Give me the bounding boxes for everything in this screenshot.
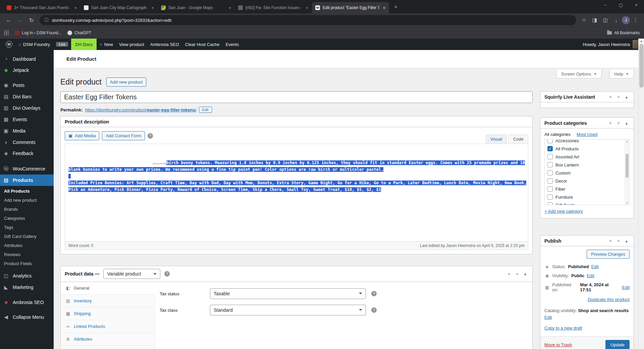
scrollbar-thumb[interactable] (639, 44, 644, 88)
howdy-label[interactable]: Howdy, Jason Heemstra (583, 42, 630, 47)
checkbox-checked-icon[interactable]: ✓ (547, 146, 553, 151)
sidebar-item-products[interactable]: ▧Products (0, 174, 54, 186)
browser-tab[interactable]: San Juan City Map Cartograph... × (80, 2, 158, 13)
description-editor[interactable]: birch bunny tokens. Measuring 1.8 inches… (65, 144, 528, 242)
tab-close-icon[interactable]: × (305, 5, 309, 10)
submenu-item-product-fields[interactable]: Product Fields (0, 259, 54, 268)
scrollbar-thumb[interactable] (626, 154, 629, 178)
screen-options-button[interactable]: Screen Options ▼ (556, 70, 602, 79)
move-to-trash-link[interactable]: Move to Trash (544, 342, 572, 347)
sidebar-item-marketing[interactable]: ◣Marketing (0, 282, 54, 293)
preview-changes-button[interactable]: Preview Changes (587, 250, 630, 259)
help-tip-icon[interactable]: ? (164, 271, 170, 277)
edit-published-link[interactable]: Edit (622, 285, 630, 290)
all-bookmarks-button[interactable]: All Bookmarks (607, 31, 640, 35)
submenu-item-add-new-product[interactable]: Add new product (0, 196, 54, 205)
move-up-icon[interactable]: ∧ (607, 239, 613, 243)
toggle-panel-icon[interactable]: ▲ (624, 121, 630, 125)
category-item[interactable]: ✓All Products (547, 145, 622, 153)
tab-shipping[interactable]: ▩Shipping (61, 307, 155, 320)
forward-icon[interactable]: → (15, 15, 25, 26)
edit-catalog-visibility-link[interactable]: Edit (544, 315, 552, 320)
tab-general[interactable]: ◧General (61, 282, 155, 295)
sidebar-item-posts[interactable]: ◉Posts (0, 80, 54, 91)
checkbox-icon[interactable]: ✓ (547, 194, 553, 200)
bookmark-star-icon[interactable]: ☆ (579, 15, 589, 25)
bookmark-item[interactable]: ChatGPT (67, 31, 91, 35)
page-scrollbar[interactable]: ▲ (638, 39, 644, 349)
submenu-item-reviews[interactable]: Reviews (0, 250, 54, 259)
extensions-icon[interactable]: ◫ (600, 15, 610, 25)
copy-to-draft-link[interactable]: Copy to a new draft (544, 326, 582, 331)
submenu-item-gift-card-gallery[interactable]: Gift Card Gallery (0, 232, 54, 241)
tab-linked-products[interactable]: ∞Linked Products (61, 320, 155, 333)
browser-profile-avatar[interactable]: J (622, 16, 630, 24)
checkbox-icon[interactable]: ✓ (547, 154, 553, 159)
product-title-input[interactable] (60, 91, 533, 103)
checkbox-icon[interactable]: ✓ (547, 162, 553, 167)
category-item[interactable]: ✓Box Lantern (547, 161, 622, 169)
add-new-category-link[interactable]: + Add new category (544, 209, 583, 214)
panel-header[interactable]: Squirrly Live Assistant ∧ ∨ ▲ (540, 92, 634, 102)
toggle-panel-icon[interactable]: ▲ (624, 95, 630, 99)
sidebar-item-divi-bars[interactable]: ▤Divi Bars (0, 91, 54, 102)
new-tab-button[interactable]: + (391, 2, 400, 12)
checkbox-icon[interactable]: ✓ (547, 202, 553, 205)
apps-grid-icon[interactable] (4, 31, 9, 35)
sidebar-item-jetpack[interactable]: ◆Jetpack (0, 64, 54, 76)
code-tab[interactable]: Code (508, 135, 528, 144)
panel-header[interactable]: Product categories ∧ ∨ ▲ (540, 118, 634, 129)
edit-permalink-button[interactable]: Edit (199, 107, 212, 113)
events-menu[interactable]: Events (222, 39, 242, 50)
move-down-icon[interactable]: ∨ (615, 239, 622, 243)
tab-close-icon[interactable]: × (150, 5, 155, 10)
move-down-icon[interactable]: ∨ (514, 272, 520, 276)
toggle-panel-icon[interactable]: ▲ (522, 272, 528, 276)
browser-tab[interactable]: 3+ Thousand San Juan Puerto ... × (3, 2, 80, 13)
add-contact-form-button[interactable]: Add Contact Form (102, 131, 145, 140)
browser-tab[interactable]: San Juan - Google Maps × (158, 2, 235, 13)
site-name-menu[interactable]: ⌂ DSM Foundry (15, 39, 53, 50)
tab-close-icon[interactable]: × (382, 5, 386, 10)
move-down-icon[interactable]: ∨ (615, 121, 622, 125)
category-item[interactable]: ✓Accessories (547, 139, 622, 145)
reload-icon[interactable]: ↻ (26, 15, 37, 26)
category-item[interactable]: ✓Decor (547, 177, 622, 185)
downloads-icon[interactable]: ↓ (611, 15, 621, 25)
panel-header[interactable]: Product description (61, 116, 532, 127)
category-item[interactable]: ✓Furniture (547, 193, 622, 201)
submenu-item-tags[interactable]: Tags (0, 223, 54, 232)
panel-header[interactable]: Publish ∧ ∨ ▲ (540, 236, 634, 246)
tax-status-select[interactable]: Taxable (210, 288, 366, 299)
sidebar-item-events[interactable]: ▦Events (0, 114, 54, 125)
submenu-item-attributes[interactable]: Attributes (0, 241, 54, 250)
tab-attributes[interactable]: ≣Attributes (61, 333, 155, 346)
category-item[interactable]: ✓Gift Cards (547, 201, 622, 205)
bookmark-item[interactable]: Log In ‹ DSM Found... (15, 31, 61, 35)
wp-logo-menu[interactable]: W (3, 39, 15, 50)
permalink-link[interactable]: https://dsmfoundry.com/product/easter-eg… (85, 107, 196, 112)
edit-visibility-link[interactable]: Edit (587, 273, 594, 278)
site-info-icon[interactable]: ⓘ (44, 17, 49, 23)
help-tip-icon[interactable]: ? (148, 133, 153, 139)
move-up-icon[interactable]: ∧ (607, 121, 613, 125)
submenu-item-brands[interactable]: Brands (0, 205, 54, 214)
sidebar-item-woocommerce[interactable]: ⓌWooCommerce (0, 163, 54, 174)
submenu-item-categories[interactable]: Categories (0, 214, 54, 223)
sidebar-item-analytics[interactable]: ◫Analytics (0, 270, 54, 282)
scroll-up-icon[interactable]: ▲ (639, 39, 644, 44)
checkbox-icon[interactable]: ✓ (547, 186, 553, 192)
sidebar-item-ambrosia-seo[interactable]: ■Ambrosia SEO (0, 297, 54, 308)
category-item[interactable]: ✓Custom (547, 169, 622, 177)
duplicate-product-link[interactable]: Duplicate this product (588, 297, 630, 302)
dh-docs-menu[interactable]: DH Docs (71, 39, 97, 50)
browser-tab-active[interactable]: W Edit product "Easter Egg Filler T... × (312, 2, 389, 13)
product-type-select[interactable]: Variable product (103, 269, 160, 279)
category-item[interactable]: ✓Fiber (547, 185, 622, 193)
move-up-icon[interactable]: ∧ (506, 272, 512, 276)
category-checklist[interactable]: ✓Accessories ✓All Products ✓Assorted Art… (544, 139, 630, 205)
checkbox-icon[interactable]: ✓ (547, 170, 553, 176)
sidebar-item-collapse-menu[interactable]: ◀Collapse Menu (0, 311, 54, 323)
toggle-panel-icon[interactable]: ▲ (624, 239, 630, 243)
scroll-up-icon[interactable]: ▲ (626, 140, 628, 143)
